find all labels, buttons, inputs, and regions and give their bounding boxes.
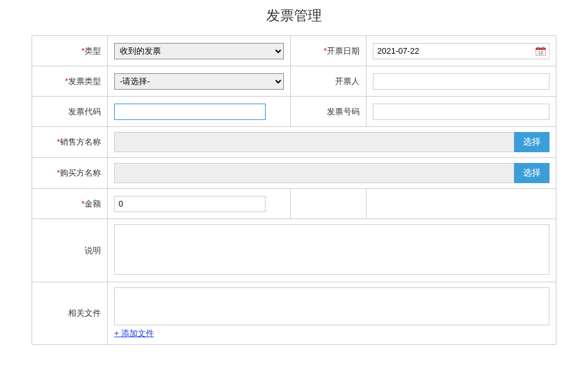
label-type-text: 类型 xyxy=(85,46,101,56)
label-related-files-text: 相关文件 xyxy=(68,308,101,318)
label-invoice-number-text: 发票号码 xyxy=(327,107,360,116)
invoice-kind-select[interactable]: -请选择- xyxy=(114,73,284,90)
label-issuer: 开票人 xyxy=(291,66,367,97)
label-type: *类型 xyxy=(32,36,108,66)
label-invoice-date-text: 开票日期 xyxy=(327,46,360,56)
page-title: 发票管理 xyxy=(32,6,556,25)
invoice-number-input[interactable] xyxy=(373,104,550,120)
label-description-text: 说明 xyxy=(85,246,101,255)
label-amount-text: 金额 xyxy=(85,199,101,208)
label-invoice-kind-text: 发票类型 xyxy=(68,76,101,86)
label-invoice-code: 发票代码 xyxy=(32,97,108,127)
buyer-select-button[interactable]: 选择 xyxy=(514,163,550,183)
label-invoice-number: 发票号码 xyxy=(291,97,367,127)
invoice-form-table: *类型 收到的发票 *开票日期 12 xyxy=(32,35,556,345)
label-related-files: 相关文件 xyxy=(32,282,108,345)
label-buyer-name: *购买方名称 xyxy=(32,158,108,189)
label-buyer-name-text: 购买方名称 xyxy=(60,168,101,177)
add-file-link[interactable]: + 添加文件 xyxy=(114,328,154,339)
label-invoice-kind: *发票类型 xyxy=(32,66,108,97)
label-invoice-code-text: 发票代码 xyxy=(68,107,101,116)
empty-field-cell xyxy=(367,189,556,219)
label-issuer-text: 开票人 xyxy=(335,76,360,86)
seller-select-button[interactable]: 选择 xyxy=(514,132,550,152)
label-description: 说明 xyxy=(32,219,108,282)
description-textarea[interactable] xyxy=(114,224,550,275)
label-amount: *金额 xyxy=(32,189,108,219)
invoice-code-input[interactable] xyxy=(114,104,266,120)
invoice-date-input[interactable] xyxy=(373,43,550,59)
label-invoice-date: *开票日期 xyxy=(291,36,367,66)
amount-input[interactable] xyxy=(114,196,266,212)
label-seller-name: *销售方名称 xyxy=(32,127,108,158)
label-seller-name-text: 销售方名称 xyxy=(60,137,101,147)
type-select[interactable]: 收到的发票 xyxy=(114,43,284,59)
file-list-box xyxy=(114,287,550,325)
seller-name-input[interactable] xyxy=(114,132,514,152)
empty-label-cell xyxy=(291,189,367,219)
issuer-input[interactable] xyxy=(373,73,550,90)
buyer-name-input[interactable] xyxy=(114,163,514,183)
